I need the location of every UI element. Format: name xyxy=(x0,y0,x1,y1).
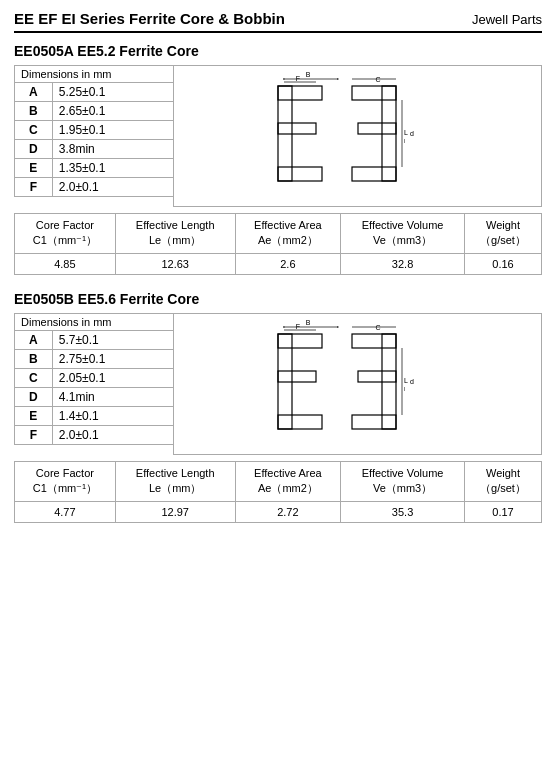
dim-value-0-5: 2.0±0.1 xyxy=(52,178,173,197)
metrics-value-1-1: 12.97 xyxy=(115,501,235,522)
core-diagram: B F C d L I xyxy=(248,319,468,449)
dim-label-1-1: B xyxy=(15,349,53,368)
metrics-table-1: Core FactorC1（mm⁻¹）Effective LengthLe（mm… xyxy=(14,461,542,523)
metrics-value-1-4: 0.17 xyxy=(465,501,542,522)
metrics-header-0-3: Effective VolumeVe（mm3） xyxy=(341,214,465,254)
dim-row-1-2: C 2.05±0.1 xyxy=(15,368,174,387)
metrics-header-1-4: Weight（g/set） xyxy=(465,461,542,501)
dim-label-0-0: A xyxy=(15,83,53,102)
dim-label-0-1: B xyxy=(15,102,53,121)
dim-row-1-5: F 2.0±0.1 xyxy=(15,425,174,444)
svg-text:B: B xyxy=(305,319,310,326)
dim-value-0-3: 3.8min xyxy=(52,140,173,159)
svg-rect-25 xyxy=(352,415,396,429)
metrics-value-0-3: 32.8 xyxy=(341,253,465,274)
metrics-values-row-0: 4.8512.632.632.80.16 xyxy=(15,253,542,274)
section-title-1: EE0505B EE5.6 Ferrite Core xyxy=(14,291,542,307)
metrics-value-0-4: 0.16 xyxy=(465,253,542,274)
svg-rect-3 xyxy=(278,167,322,181)
dim-value-1-1: 2.75±0.1 xyxy=(52,349,173,368)
metrics-value-1-0: 4.77 xyxy=(15,501,116,522)
dim-value-1-5: 2.0±0.1 xyxy=(52,425,173,444)
dim-row-0-0: A 5.25±0.1 xyxy=(15,83,174,102)
dim-label-1-4: E xyxy=(15,406,53,425)
dim-row-0-2: C 1.95±0.1 xyxy=(15,121,174,140)
svg-text:L: L xyxy=(404,377,408,384)
metrics-header-0-0: Core FactorC1（mm⁻¹） xyxy=(15,214,116,254)
metrics-value-0-1: 12.63 xyxy=(115,253,235,274)
diagram-cell-0: B F C d L I xyxy=(173,65,542,207)
svg-rect-21 xyxy=(278,415,322,429)
dim-row-1-1: B 2.75±0.1 xyxy=(15,349,174,368)
dim-row-0-3: D 3.8min xyxy=(15,140,174,159)
svg-rect-2 xyxy=(278,123,316,134)
section-ee0505b: EE0505B EE5.6 Ferrite Core Dimensions in… xyxy=(14,291,542,523)
dim-row-0-5: F 2.0±0.1 xyxy=(15,178,174,197)
svg-rect-24 xyxy=(358,371,396,382)
diagram-cell-1: B F C d L I xyxy=(173,313,542,455)
metrics-header-1-1: Effective LengthLe（mm） xyxy=(115,461,235,501)
metrics-value-1-2: 2.72 xyxy=(235,501,340,522)
dim-label-1-5: F xyxy=(15,425,53,444)
svg-text:L: L xyxy=(404,129,408,136)
dim-label-1-2: C xyxy=(15,368,53,387)
dim-table-0: Dimensions in mm A 5.25±0.1 B 2.65±0.1 C… xyxy=(14,65,174,197)
dim-row-1-0: A 5.7±0.1 xyxy=(15,330,174,349)
metrics-header-0-1: Effective LengthLe（mm） xyxy=(115,214,235,254)
metrics-value-0-2: 2.6 xyxy=(235,253,340,274)
svg-rect-5 xyxy=(352,86,396,100)
svg-text:d: d xyxy=(410,130,414,137)
section-ee0505a: EE0505A EE5.2 Ferrite Core Dimensions in… xyxy=(14,43,542,275)
page-title: EE EF EI Series Ferrite Core & Bobbin xyxy=(14,10,285,27)
dim-value-0-4: 1.35±0.1 xyxy=(52,159,173,178)
metrics-value-0-0: 4.85 xyxy=(15,253,116,274)
metrics-values-row-1: 4.7712.972.7235.30.17 xyxy=(15,501,542,522)
svg-text:B: B xyxy=(305,71,310,78)
dim-table-1: Dimensions in mm A 5.7±0.1 B 2.75±0.1 C … xyxy=(14,313,174,445)
dim-value-0-2: 1.95±0.1 xyxy=(52,121,173,140)
svg-text:I: I xyxy=(404,386,405,392)
core-diagram: B F C d L I xyxy=(248,71,468,201)
dim-value-1-4: 1.4±0.1 xyxy=(52,406,173,425)
dim-label-0-4: E xyxy=(15,159,53,178)
dim-value-0-1: 2.65±0.1 xyxy=(52,102,173,121)
metrics-table-0: Core FactorC1（mm⁻¹）Effective LengthLe（mm… xyxy=(14,213,542,275)
svg-rect-6 xyxy=(358,123,396,134)
svg-text:I: I xyxy=(404,138,405,144)
dim-label-0-3: D xyxy=(15,140,53,159)
dim-value-0-0: 5.25±0.1 xyxy=(52,83,173,102)
svg-text:C: C xyxy=(375,76,380,83)
dim-label-0-5: F xyxy=(15,178,53,197)
metrics-header-1-3: Effective VolumeVe（mm3） xyxy=(341,461,465,501)
svg-rect-23 xyxy=(352,334,396,348)
section-title-0: EE0505A EE5.2 Ferrite Core xyxy=(14,43,542,59)
metrics-header-0-4: Weight（g/set） xyxy=(465,214,542,254)
metrics-header-1-0: Core FactorC1（mm⁻¹） xyxy=(15,461,116,501)
svg-text:C: C xyxy=(375,324,380,331)
svg-text:d: d xyxy=(410,378,414,385)
svg-rect-19 xyxy=(278,334,322,348)
dim-row-1-3: D 4.1min xyxy=(15,387,174,406)
dim-value-1-3: 4.1min xyxy=(52,387,173,406)
dim-label-0-2: C xyxy=(15,121,53,140)
dim-row-0-4: E 1.35±0.1 xyxy=(15,159,174,178)
dim-value-1-2: 2.05±0.1 xyxy=(52,368,173,387)
dim-row-0-1: B 2.65±0.1 xyxy=(15,102,174,121)
svg-rect-1 xyxy=(278,86,322,100)
svg-rect-7 xyxy=(352,167,396,181)
metrics-header-0-2: Effective AreaAe（mm2） xyxy=(235,214,340,254)
brand-name: Jewell Parts xyxy=(472,12,542,27)
svg-rect-20 xyxy=(278,371,316,382)
dim-label-1-0: A xyxy=(15,330,53,349)
dim-row-1-4: E 1.4±0.1 xyxy=(15,406,174,425)
metrics-value-1-3: 35.3 xyxy=(341,501,465,522)
dim-value-1-0: 5.7±0.1 xyxy=(52,330,173,349)
metrics-header-1-2: Effective AreaAe（mm2） xyxy=(235,461,340,501)
page-header: EE EF EI Series Ferrite Core & Bobbin Je… xyxy=(14,10,542,33)
svg-text:F: F xyxy=(295,323,299,330)
dim-label-1-3: D xyxy=(15,387,53,406)
svg-text:F: F xyxy=(295,75,299,82)
